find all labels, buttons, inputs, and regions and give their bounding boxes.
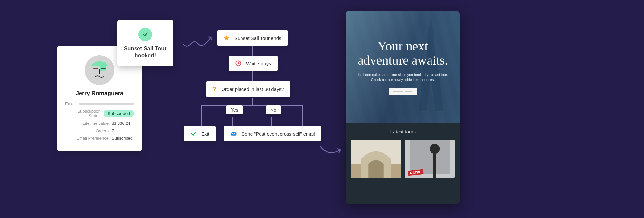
mail-icon [231,131,237,137]
booking-toast: Sunset Sail Tour booked! [117,20,173,66]
flow-condition-node[interactable]: ? Order placed in last 30 days? [206,81,290,97]
flow-wait-node[interactable]: Wait 7 days [229,56,278,71]
question-icon: ? [213,86,217,93]
flow-exit-label: Exit [201,131,209,137]
tour-grid: METRO [351,140,455,178]
flow-send-email-label: Send “Post event cross-sell” email [242,131,315,137]
subscription-label: Subscription Status [65,109,100,118]
no-label: No [270,107,276,113]
email-hero-title: Your next adventure awaits. [352,39,453,68]
profile-row-subscription: Subscription Status Subscribed [65,109,134,118]
lifetime-value: $1,330.24 [112,121,134,126]
flow-send-email-node[interactable]: Send “Post event cross-sell” email [224,126,321,141]
email-label: Email [65,101,76,106]
star-icon [223,35,230,41]
tour-image-arc[interactable] [351,140,401,178]
svg-rect-1 [100,62,106,71]
profile-name: Jerry Romaguera [65,90,134,97]
flow-branch-no[interactable]: No [266,105,281,114]
orders-label: Orders [65,128,109,133]
flow-exit-node[interactable]: Exit [184,126,216,141]
status-badge: Subscribed [104,110,134,117]
profile-row-email: Email [65,101,134,106]
flow-condition-label: Order placed in last 30 days? [221,86,284,92]
tour-image-metro[interactable]: METRO [405,140,455,178]
connector [201,105,202,126]
connector [252,46,253,56]
email-placeholder-bar [79,103,134,105]
email-preview: Your next adventure awaits. It's been qu… [346,11,460,204]
check-circle-icon [138,28,152,41]
tours-heading: Latest tours [351,129,455,135]
avatar [85,55,114,85]
svg-rect-12 [433,154,436,178]
flow-branch-yes[interactable]: Yes [226,105,243,114]
flow-trigger-node[interactable]: Sunset Sail Tour ends [217,30,288,46]
arrow-icon [318,141,344,158]
email-hero: Your next adventure awaits. It's been qu… [346,11,460,123]
email-cta-button[interactable] [389,88,417,95]
svg-rect-6 [231,132,237,136]
profile-row-emailpref: Email Preference Subscribed [65,136,134,141]
email-hero-sub: It's been quite some time since you book… [358,72,448,83]
profile-row-orders: Orders 7 [65,128,134,133]
check-icon [190,131,197,137]
email-tours-section: Latest tours METRO [346,123,460,204]
arrow-icon [180,31,216,50]
clock-icon [235,60,242,67]
emailpref-value: Subscribed [112,136,134,141]
connector [302,105,303,126]
orders-value: 7 [112,128,134,133]
svg-point-11 [430,144,440,154]
toast-text: Sunset Sail Tour booked! [123,45,167,59]
connector [232,117,233,126]
connector [252,98,253,105]
svg-rect-10 [410,140,450,174]
connector [201,105,303,106]
connector [271,117,272,126]
yes-label: Yes [231,107,238,113]
profile-row-lifetime: Lifetime value $1,330.24 [65,121,134,126]
flow-trigger-label: Sunset Sail Tour ends [234,35,281,41]
flow-wait-label: Wait 7 days [246,61,271,66]
subscription-value: Subscribed [104,110,134,117]
connector [252,71,253,81]
lifetime-label: Lifetime value [65,121,109,126]
emailpref-label: Email Preference [65,136,109,141]
